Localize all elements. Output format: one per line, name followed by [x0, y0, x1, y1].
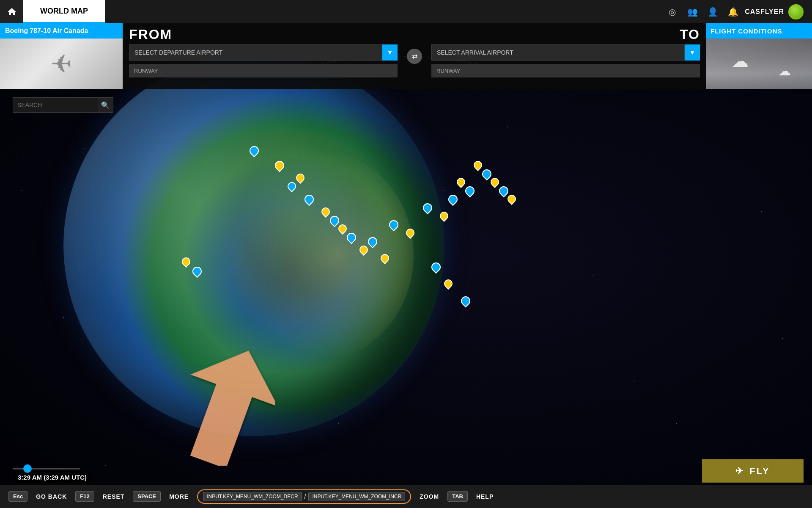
- zoom-decr-key[interactable]: INPUT.KEY_MENU_WM_ZOOM_DECR: [203, 492, 302, 501]
- aircraft-label: Boeing 787-10 Air Canada: [0, 23, 123, 39]
- aircraft-card: Boeing 787-10 Air Canada: [0, 23, 123, 89]
- world-map-tab[interactable]: WORLD MAP: [23, 0, 105, 23]
- tab-key[interactable]: TAB: [447, 491, 468, 502]
- search-box: 🔍: [13, 97, 113, 113]
- arrival-dropdown-arrow[interactable]: ▼: [685, 44, 700, 61]
- community-button[interactable]: 👥: [684, 3, 701, 20]
- time-text: 3:29 AM (3:29 AM UTC): [13, 472, 92, 483]
- time-slider-thumb[interactable]: [23, 464, 32, 473]
- zoom-label: ZOOM: [420, 493, 439, 500]
- airport-marker[interactable]: [347, 233, 356, 242]
- departure-airport-dropdown[interactable]: SELECT DEPARTURE AIRPORT: [129, 44, 382, 61]
- airport-marker[interactable]: [250, 146, 259, 155]
- swap-icon: ⇄: [407, 49, 422, 64]
- airport-marker[interactable]: [448, 195, 458, 204]
- to-section: TO SELECT ARRIVAL AIRPORT ▼ RUNWAY: [425, 23, 706, 89]
- zoom-keys-group: INPUT.KEY_MENU_WM_ZOOM_DECR / INPUT.KEY_…: [197, 489, 411, 504]
- airport-marker[interactable]: [482, 169, 491, 179]
- airport-marker[interactable]: [192, 267, 202, 276]
- zoom-slash: /: [304, 493, 306, 500]
- help-label: HELP: [476, 493, 494, 500]
- airport-marker[interactable]: [499, 186, 508, 196]
- airport-marker[interactable]: [461, 296, 470, 306]
- from-label: FROM: [129, 28, 398, 41]
- space-key[interactable]: SPACE: [133, 491, 161, 502]
- airport-marker[interactable]: [474, 161, 482, 169]
- fly-icon: ✈: [735, 466, 744, 477]
- arrival-select-row: SELECT ARRIVAL AIRPORT ▼: [431, 44, 700, 61]
- airport-marker[interactable]: [406, 229, 414, 237]
- arrival-placeholder: SELECT ARRIVAL AIRPORT: [437, 49, 513, 56]
- esc-key[interactable]: Esc: [8, 491, 27, 502]
- departure-placeholder: SELECT DEPARTURE AIRPORT: [134, 49, 222, 56]
- home-icon: [7, 7, 17, 17]
- f12-key[interactable]: F12: [75, 491, 94, 502]
- username-label: CASFLYER: [745, 8, 784, 16]
- arrival-airport-dropdown[interactable]: SELECT ARRIVAL AIRPORT: [431, 44, 685, 61]
- from-section: FROM SELECT DEPARTURE AIRPORT ▼ RUNWAY: [123, 23, 404, 89]
- departure-dropdown-arrow[interactable]: ▼: [382, 44, 398, 61]
- flight-conditions-panel: FLIGHT CONDITIONS ☁ ☁: [706, 23, 812, 89]
- airport-marker[interactable]: [423, 203, 432, 213]
- airport-marker[interactable]: [359, 246, 368, 254]
- header-panel: Boeing 787-10 Air Canada FROM SELECT DEP…: [0, 23, 812, 89]
- airport-marker[interactable]: [275, 161, 284, 170]
- weather-display: ☁ ☁: [706, 39, 812, 89]
- airport-marker[interactable]: [338, 224, 347, 233]
- time-display: 3:29 AM (3:29 AM UTC): [13, 468, 92, 483]
- airport-marker[interactable]: [508, 195, 516, 203]
- swap-button[interactable]: ⇄: [404, 23, 425, 89]
- top-bar: WORLD MAP ◎ 👥 👤 🔔 CASFLYER: [0, 0, 812, 23]
- airport-marker[interactable]: [465, 186, 475, 196]
- airport-marker[interactable]: [296, 174, 304, 182]
- arrival-runway: RUNWAY: [431, 64, 700, 77]
- search-input[interactable]: [13, 98, 98, 112]
- aircraft-image[interactable]: [0, 39, 123, 89]
- user-area[interactable]: CASFLYER: [745, 4, 804, 19]
- more-label: MORE: [169, 493, 189, 500]
- airport-marker[interactable]: [368, 237, 377, 246]
- airport-marker[interactable]: [321, 207, 330, 216]
- world-map-label: WORLD MAP: [40, 7, 88, 16]
- aircraft-bold: Boeing: [5, 27, 28, 35]
- airport-marker[interactable]: [440, 212, 448, 220]
- airport-marker[interactable]: [431, 262, 441, 272]
- notifications-button[interactable]: 🔔: [724, 3, 741, 20]
- departure-select-row: SELECT DEPARTURE AIRPORT ▼: [129, 44, 398, 61]
- reset-label: RESET: [103, 493, 125, 500]
- time-slider[interactable]: [13, 468, 80, 469]
- world-globe[interactable]: [63, 55, 444, 436]
- bottom-bar: Esc GO BACK F12 RESET SPACE MORE INPUT.K…: [0, 485, 812, 508]
- user-avatar: [788, 4, 804, 19]
- flight-conditions-label: FLIGHT CONDITIONS: [706, 23, 812, 39]
- airport-marker[interactable]: [182, 257, 190, 266]
- departure-runway: RUNWAY: [129, 64, 398, 77]
- airport-marker[interactable]: [381, 254, 389, 262]
- airport-marker[interactable]: [457, 178, 465, 186]
- zoom-incr-key[interactable]: INPUT.KEY_MENU_WM_ZOOM_INCR: [308, 492, 405, 501]
- aircraft-model: 787-10 Air Canada: [30, 27, 88, 35]
- cloud-icon-bottom: ☁: [778, 64, 791, 78]
- to-label: TO: [431, 28, 700, 41]
- fly-label: FLY: [749, 466, 770, 477]
- globe-icon-button[interactable]: ◎: [664, 3, 680, 20]
- top-right-icons: ◎ 👥 👤 🔔 CASFLYER: [664, 3, 812, 20]
- home-button[interactable]: [0, 0, 23, 23]
- go-back-label: GO BACK: [36, 493, 67, 500]
- fly-button[interactable]: ✈ FLY: [702, 459, 804, 483]
- airport-marker[interactable]: [444, 279, 453, 288]
- cloud-icon-top: ☁: [732, 51, 749, 71]
- airport-marker[interactable]: [288, 182, 296, 190]
- airport-marker[interactable]: [304, 195, 314, 204]
- airport-marker[interactable]: [330, 216, 339, 225]
- search-button[interactable]: 🔍: [98, 98, 113, 112]
- profile-button[interactable]: 👤: [704, 3, 721, 20]
- airport-marker[interactable]: [491, 178, 499, 186]
- time-slider-row: [13, 468, 92, 469]
- airport-marker[interactable]: [389, 220, 398, 229]
